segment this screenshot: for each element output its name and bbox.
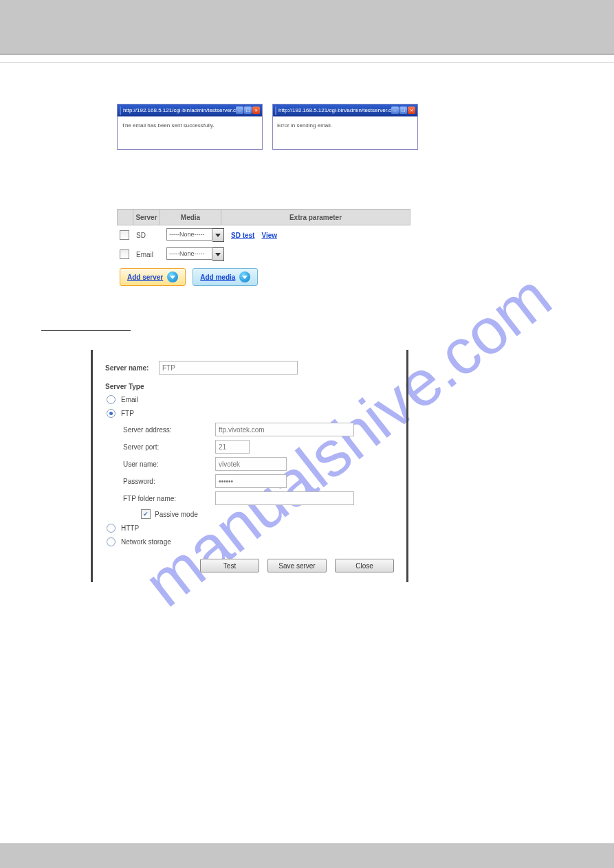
add-media-button[interactable]: Add media xyxy=(193,268,258,286)
add-server-button[interactable]: Add server xyxy=(120,268,186,286)
ftp-password-input[interactable] xyxy=(215,474,287,488)
dropdown-icon xyxy=(167,271,178,282)
option-label: HTTP xyxy=(121,524,139,532)
dialog-body-text: Error in sending email. xyxy=(273,116,417,149)
page-icon xyxy=(120,107,121,115)
radio-icon[interactable] xyxy=(107,395,116,404)
passive-label: Passive mode xyxy=(155,511,198,518)
radio-icon[interactable] xyxy=(107,524,116,533)
ftp-port-input[interactable] xyxy=(215,440,250,454)
sd-test-link[interactable]: SD test xyxy=(231,232,254,239)
passive-checkbox[interactable] xyxy=(141,509,151,519)
radio-icon[interactable] xyxy=(107,409,116,418)
ftp-port-label: Server port: xyxy=(123,443,215,451)
close-icon[interactable]: × xyxy=(252,107,260,114)
option-ftp[interactable]: FTP xyxy=(107,409,394,418)
server-name-label: Server name: xyxy=(105,364,159,372)
col-server: Server xyxy=(133,209,160,225)
close-icon[interactable]: × xyxy=(408,107,415,114)
table-row-email: Email -----None----- xyxy=(117,245,573,264)
select-value: -----None----- xyxy=(166,247,212,260)
test-button[interactable]: Test xyxy=(200,559,259,572)
ftp-fields: Server address: Server port: User name: … xyxy=(123,423,394,519)
option-http[interactable]: HTTP xyxy=(107,524,394,533)
email-checkbox[interactable] xyxy=(120,249,129,259)
passive-mode-row: Passive mode xyxy=(141,509,394,519)
dialog-body-text: The email has been sent successfully. xyxy=(118,116,262,149)
ftp-user-label: User name: xyxy=(123,460,215,468)
close-button[interactable]: Close xyxy=(335,559,394,572)
view-link[interactable]: View xyxy=(261,232,277,239)
minimize-icon[interactable]: – xyxy=(236,107,243,114)
sd-media-select[interactable]: -----None----- xyxy=(166,228,224,242)
dialog-title-text: http://192.168.5.121/cgi-bin/admin/tests… xyxy=(278,107,391,113)
page-icon xyxy=(275,107,276,115)
sd-label: SD xyxy=(136,232,160,239)
maximize-icon[interactable]: □ xyxy=(399,107,407,114)
action-table: Server Media Extra parameter SD -----Non… xyxy=(117,209,573,286)
minimize-icon[interactable]: – xyxy=(391,107,399,114)
dialog-title-text: http://192.168.5.121/cgi-bin/admin/tests… xyxy=(123,107,236,113)
col-media: Media xyxy=(160,209,221,225)
ftp-password-label: Password: xyxy=(123,478,215,485)
server-name-input[interactable] xyxy=(159,361,298,375)
dialog-titlebar: http://192.168.5.121/cgi-bin/admin/tests… xyxy=(273,104,417,116)
save-server-button[interactable]: Save server xyxy=(267,559,327,572)
dropdown-icon xyxy=(239,271,250,282)
page-header-bar xyxy=(0,0,614,55)
email-label: Email xyxy=(136,251,160,258)
option-label: Network storage xyxy=(121,538,171,546)
server-settings-panel: Server name: Server Type Email FTP Serve… xyxy=(91,350,408,582)
chevron-down-icon[interactable] xyxy=(212,228,224,242)
col-check xyxy=(117,209,133,225)
radio-icon[interactable] xyxy=(107,537,116,546)
col-extra: Extra parameter xyxy=(221,209,410,225)
option-label: FTP xyxy=(121,410,134,417)
table-header: Server Media Extra parameter xyxy=(117,209,573,225)
table-row-sd: SD -----None----- SD test View xyxy=(117,225,573,245)
dialog-titlebar: http://192.168.5.121/cgi-bin/admin/tests… xyxy=(118,104,262,116)
section-underline xyxy=(41,330,131,331)
sd-checkbox[interactable] xyxy=(120,230,129,240)
option-label: Email xyxy=(121,396,138,403)
ftp-folder-input[interactable] xyxy=(215,491,354,505)
add-server-label: Add server xyxy=(127,274,163,281)
dialog-success: http://192.168.5.121/cgi-bin/admin/tests… xyxy=(117,104,263,150)
test-result-dialogs: http://192.168.5.121/cgi-bin/admin/tests… xyxy=(117,104,573,150)
maximize-icon[interactable]: □ xyxy=(244,107,252,114)
ftp-user-input[interactable] xyxy=(215,457,287,471)
add-media-label: Add media xyxy=(200,274,235,281)
ftp-folder-label: FTP folder name: xyxy=(123,495,215,502)
server-type-heading: Server Type xyxy=(105,383,394,390)
ftp-address-input[interactable] xyxy=(215,423,354,436)
ftp-address-label: Server address: xyxy=(123,426,215,434)
option-network-storage[interactable]: Network storage xyxy=(107,537,394,546)
chevron-down-icon[interactable] xyxy=(212,247,224,261)
page-footer-bar xyxy=(0,843,614,868)
option-email[interactable]: Email xyxy=(107,395,394,404)
select-value: -----None----- xyxy=(166,228,212,241)
email-media-select[interactable]: -----None----- xyxy=(166,247,224,261)
dialog-error: http://192.168.5.121/cgi-bin/admin/tests… xyxy=(272,104,418,150)
